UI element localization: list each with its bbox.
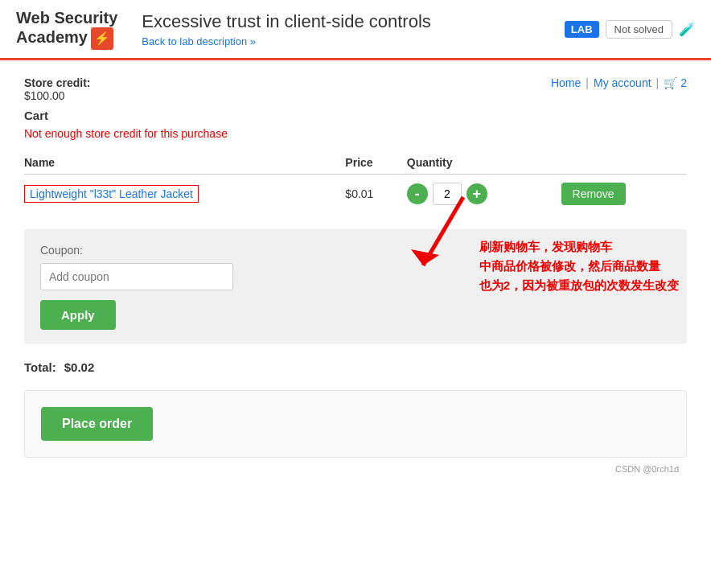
place-order-button[interactable]: Place order (41, 407, 153, 441)
nav-links: Home | My account | 🛒 2 (551, 76, 687, 89)
product-action-cell: Remove (561, 175, 687, 214)
coupon-input[interactable] (40, 263, 233, 290)
table-row: Lightweight "l33t" Leather Jacket $0.01 … (24, 175, 687, 214)
header-info: Excessive trust in client-side controls … (142, 11, 565, 47)
cart-count: 2 (680, 76, 687, 89)
col-price-header: Price (345, 151, 406, 175)
logo-icon: ⚡ (91, 27, 113, 50)
col-quantity-header: Quantity (407, 151, 561, 175)
qty-input[interactable] (433, 183, 462, 205)
product-quantity-cell: - + (407, 175, 561, 214)
qty-minus-button[interactable]: - (407, 183, 428, 204)
nav-sep-2: | (656, 76, 660, 89)
remove-button[interactable]: Remove (561, 183, 626, 205)
cart-icon-wrap[interactable]: 🛒 2 (664, 76, 687, 89)
store-credit-value: $100.00 (24, 89, 90, 102)
flask-icon: 🧪 (679, 22, 695, 37)
total-row: Total: $0.02 (24, 360, 687, 374)
status-badge: Not solved (606, 20, 672, 39)
coupon-label: Coupon: (40, 244, 671, 257)
col-action-header (561, 151, 687, 175)
qty-plus-button[interactable]: + (466, 183, 487, 204)
store-credit-label: Store credit: (24, 76, 90, 89)
col-name-header: Name (24, 151, 345, 175)
cart-title: Cart (24, 109, 687, 122)
page-header: Web Security Academy⚡ Excessive trust in… (0, 0, 711, 60)
product-price-cell: $0.01 (345, 175, 406, 214)
coupon-section: Coupon: Apply 刷新购物车，发现购物车 中商品价格被修改，然后商品数… (24, 229, 687, 344)
total-value: $0.02 (64, 360, 95, 374)
home-link[interactable]: Home (551, 76, 581, 89)
place-order-section: Place order (24, 390, 687, 458)
error-message: Not enough store credit for this purchas… (24, 127, 687, 140)
logo-line2: Academy⚡ (16, 28, 113, 46)
logo-line1: Web Security (16, 9, 117, 27)
nav-sep-1: | (586, 76, 589, 89)
store-credit-area: Store credit: $100.00 (24, 76, 90, 102)
logo-text: Web Security Academy⚡ (16, 8, 117, 50)
lab-badge: LAB (565, 21, 599, 38)
page-title: Excessive trust in client-side controls (142, 11, 565, 32)
total-label: Total: (24, 360, 56, 374)
product-name-cell: Lightweight "l33t" Leather Jacket (24, 175, 345, 214)
product-link[interactable]: Lightweight "l33t" Leather Jacket (24, 185, 199, 203)
apply-button[interactable]: Apply (40, 300, 116, 330)
store-bar: Store credit: $100.00 Home | My account … (24, 76, 687, 102)
cart-icon: 🛒 (664, 76, 677, 89)
back-to-lab-link[interactable]: Back to lab description » (142, 35, 565, 47)
footer-note: CSDN @0rch1d (24, 464, 687, 474)
quantity-controls: - + (407, 183, 555, 205)
my-account-link[interactable]: My account (594, 76, 651, 89)
cart-table: Name Price Quantity Lightweight "l33t" L… (24, 151, 687, 213)
lab-badge-area: LAB Not solved 🧪 (565, 20, 695, 39)
logo: Web Security Academy⚡ (16, 8, 117, 50)
main-content: Store credit: $100.00 Home | My account … (0, 60, 711, 490)
